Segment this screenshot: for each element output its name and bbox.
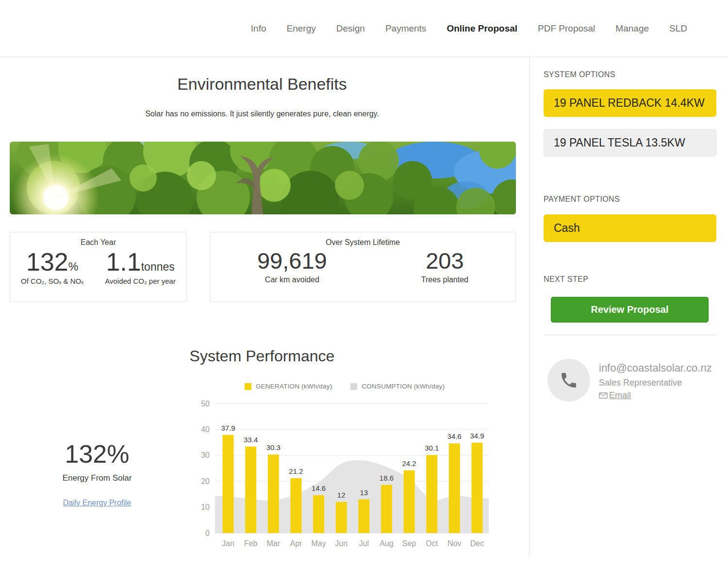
svg-text:34.9: 34.9 xyxy=(470,432,484,440)
svg-text:13: 13 xyxy=(360,488,368,497)
svg-text:30.3: 30.3 xyxy=(266,443,281,452)
svg-text:30: 30 xyxy=(201,451,210,459)
nav-tab-manage[interactable]: Manage xyxy=(615,23,649,34)
svg-text:Feb: Feb xyxy=(244,539,258,548)
svg-text:14.6: 14.6 xyxy=(312,484,326,492)
svg-text:Nov: Nov xyxy=(447,539,461,548)
system-options-label: SYSTEM OPTIONS xyxy=(544,70,615,79)
top-navigation: Info Energy Design Payments Online Propo… xyxy=(0,0,728,57)
svg-text:34.6: 34.6 xyxy=(447,432,462,440)
contact-block: info@coastalsolar.co.nz Sales Representa… xyxy=(547,359,728,402)
system-performance-title: System Performance xyxy=(0,347,524,365)
nav-tab-design[interactable]: Design xyxy=(336,23,365,34)
review-proposal-button[interactable]: Review Proposal xyxy=(551,297,709,323)
system-performance-chart: 0102030405037.9Jan33.4Feb30.3Mar21.2Apr1… xyxy=(194,372,495,566)
svg-text:20: 20 xyxy=(201,477,210,485)
svg-text:18.6: 18.6 xyxy=(380,474,394,482)
svg-text:May: May xyxy=(311,539,326,548)
nav-tab-payments[interactable]: Payments xyxy=(385,23,426,34)
svg-text:Sep: Sep xyxy=(402,539,416,548)
svg-text:10: 10 xyxy=(201,503,210,511)
contact-email: info@coastalsolar.co.nz xyxy=(599,362,712,374)
nav-tab-pdf-proposal[interactable]: PDF Proposal xyxy=(538,23,595,34)
trees-banner-image xyxy=(10,142,516,214)
sidebar-divider xyxy=(529,57,529,556)
page-title: Environmental Benefits xyxy=(0,75,524,94)
svg-text:Mar: Mar xyxy=(266,539,280,548)
next-step-label: NEXT STEP xyxy=(544,275,588,284)
nav-tab-online-proposal[interactable]: Online Proposal xyxy=(447,23,517,34)
svg-text:Jul: Jul xyxy=(359,539,369,548)
nav-tab-info[interactable]: Info xyxy=(251,23,266,34)
svg-text:37.9: 37.9 xyxy=(221,424,235,432)
svg-text:21.2: 21.2 xyxy=(289,467,303,475)
system-option-redback[interactable]: 19 PANEL REDBACK 14.4KW xyxy=(544,89,716,117)
lifetime-title: Over System Lifetime xyxy=(210,238,515,247)
page-subtitle: Solar has no emissions. It just silently… xyxy=(0,110,524,118)
daily-energy-profile-link[interactable]: Daily Energy Profile xyxy=(63,499,132,507)
car-km-stat: 99,619 Car km avoided xyxy=(257,249,327,285)
contact-divider xyxy=(544,335,716,335)
svg-text:50: 50 xyxy=(201,400,210,408)
svg-text:40: 40 xyxy=(201,425,210,434)
lifetime-card: Over System Lifetime 99,619 Car km avoid… xyxy=(210,232,516,302)
email-link[interactable]: Email xyxy=(609,390,631,401)
svg-text:Jun: Jun xyxy=(335,539,347,548)
payment-option-cash[interactable]: Cash xyxy=(544,214,716,242)
contact-role: Sales Representative xyxy=(599,378,712,388)
main-content: Environmental Benefits Solar has no emis… xyxy=(0,57,529,582)
payment-options-label: PAYMENT OPTIONS xyxy=(544,195,620,204)
each-year-title: Each Year xyxy=(10,238,186,247)
svg-text:Aug: Aug xyxy=(380,539,393,548)
each-year-card: Each Year 132% Of CO₂, SOₓ & NOₓ 1.1tonn… xyxy=(10,232,187,302)
envelope-icon xyxy=(599,392,608,399)
svg-text:Apr: Apr xyxy=(290,539,302,548)
svg-text:Oct: Oct xyxy=(426,539,438,548)
phone-icon xyxy=(547,359,590,402)
solar-percentage: 132% xyxy=(27,439,167,469)
co2-percent-stat: 132% Of CO₂, SOₓ & NOₓ xyxy=(21,249,83,286)
nav-tab-energy[interactable]: Energy xyxy=(287,23,316,34)
svg-text:Dec: Dec xyxy=(470,539,484,548)
nav-tab-sld[interactable]: SLD xyxy=(669,23,687,34)
svg-text:12: 12 xyxy=(337,491,346,499)
trees-planted-stat: 203 Trees planted xyxy=(421,249,468,285)
svg-text:30.1: 30.1 xyxy=(425,444,439,452)
svg-text:0: 0 xyxy=(205,529,210,537)
solar-percentage-label: Energy From Solar xyxy=(27,473,167,483)
svg-text:24.2: 24.2 xyxy=(402,459,416,468)
svg-text:33.4: 33.4 xyxy=(244,436,258,444)
svg-text:Jan: Jan xyxy=(222,539,234,548)
proposal-sidebar: SYSTEM OPTIONS 19 PANEL REDBACK 14.4KW 1… xyxy=(544,57,716,556)
energy-from-solar-block: 132% Energy From Solar Daily Energy Prof… xyxy=(27,439,167,507)
tonnes-avoided-stat: 1.1tonnes Avoided CO₂ per year xyxy=(105,249,176,286)
system-option-tesla[interactable]: 19 PANEL TESLA 13.5KW xyxy=(544,129,716,157)
